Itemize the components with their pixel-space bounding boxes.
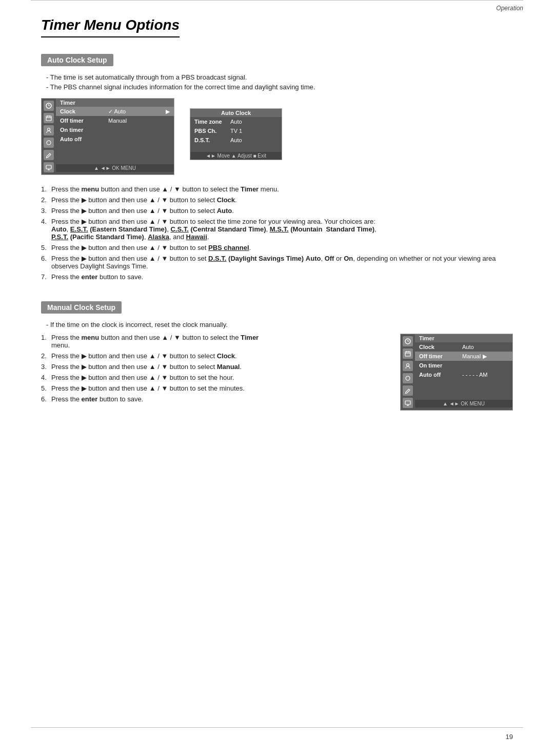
- auto-clock-section: Auto Clock Setup The time is set automat…: [41, 54, 513, 281]
- manual-timer-footer: ▲ ◄► OK MENU: [415, 400, 512, 408]
- clock-arrow: ▶: [166, 108, 170, 115]
- manual-step-6: 6. Press the enter button to save.: [41, 395, 385, 403]
- manual-steps-list: 1. Press the menu button and then use ▲ …: [41, 334, 385, 403]
- m-offtimer-label: Off timer: [419, 353, 460, 359]
- dst-label: D.S.T.: [194, 137, 230, 143]
- step-1: 1. Press the menu button and then use ▲ …: [41, 185, 513, 193]
- auto-clock-menu-box: Auto Clock Time zone Auto PBS Ch. TV 1 D…: [190, 108, 282, 160]
- timer-menu-box: Timer Clock ✓ Auto ▶ Off timer Manual: [41, 98, 174, 175]
- pbsch-value: TV 1: [230, 128, 242, 134]
- clock-value: ✓ Auto: [108, 108, 126, 115]
- manual-timer-menu-box: Timer Clock Auto Off timer Manual ▶: [400, 334, 513, 411]
- pbsch-row: PBS Ch. TV 1: [190, 126, 282, 135]
- auto-clock-intro: The time is set automatically through fr…: [41, 73, 513, 91]
- m-autooff-value: - - - - - AM: [462, 372, 488, 378]
- timezone-label: Time zone: [194, 119, 230, 125]
- m-ontimer-row: On timer: [415, 361, 512, 370]
- manual-step-5: 5. Press the ▶ button and then use ▲ / ▼…: [41, 384, 385, 392]
- offtimer-label: Off timer: [60, 118, 106, 124]
- m-autooff-label: Auto off: [419, 372, 460, 378]
- auto-clock-steps: 1. Press the menu button and then use ▲ …: [41, 185, 513, 281]
- auto-clock-ui-screenshots: Timer Clock ✓ Auto ▶ Off timer Manual: [41, 98, 513, 175]
- pencil-icon: [44, 150, 54, 160]
- manual-clock-intro-1: If the time on the clock is incorrect, r…: [41, 321, 513, 328]
- timer-menu-footer: ▲ ◄► OK MENU: [56, 164, 174, 172]
- ontimer-label: On timer: [60, 127, 106, 133]
- manual-ui-box: Timer Clock Auto Off timer Manual ▶: [400, 334, 513, 411]
- timer-autooff-row: Auto off: [56, 134, 174, 144]
- timer-ontimer-row: On timer: [56, 125, 174, 134]
- manual-step-4: 4. Press the ▶ button and then use ▲ / ▼…: [41, 374, 385, 381]
- clock-icon: [44, 101, 54, 111]
- step-2: 2. Press the ▶ button and then use ▲ / ▼…: [41, 196, 513, 204]
- m-circle-icon: [403, 373, 413, 383]
- manual-step-2: 2. Press the ▶ button and then use ▲ / ▼…: [41, 352, 385, 360]
- manual-clock-steps: 1. Press the menu button and then use ▲ …: [41, 334, 385, 411]
- step-7: 7. Press the enter button to save.: [41, 273, 513, 281]
- timer-menu-title: Timer: [56, 99, 174, 107]
- clock-label: Clock: [60, 108, 106, 114]
- svg-point-20: [406, 376, 410, 380]
- auto-clock-intro-2: The PBS channel signal includes informat…: [41, 83, 513, 91]
- m-calendar-icon: [403, 348, 413, 359]
- bottom-rule: [31, 727, 523, 728]
- manual-timer-title: Timer: [415, 334, 512, 342]
- monitor-icon: [44, 162, 54, 172]
- timezone-row: Time zone Auto: [190, 117, 282, 126]
- page-title: Timer Menu Options: [41, 17, 180, 37]
- m-offtimer-value: Manual: [462, 353, 481, 359]
- auto-clock-header: Auto Clock Setup: [41, 54, 113, 66]
- m-clock-row: Clock Auto: [415, 342, 512, 352]
- svg-point-8: [47, 141, 51, 145]
- step-6: 6. Press the ▶ button and then use ▲ / ▼…: [41, 255, 513, 270]
- m-offtimer-arrow: ▶: [483, 353, 487, 360]
- svg-rect-3: [46, 116, 51, 121]
- svg-point-7: [48, 128, 50, 131]
- dst-value: Auto: [230, 137, 242, 143]
- step-4: 4. Press the ▶ button and then use ▲ / ▼…: [41, 218, 513, 241]
- m-monitor-icon: [403, 398, 413, 408]
- circle-icon: [44, 138, 54, 148]
- m-autooff-row: Auto off - - - - - AM: [415, 370, 512, 379]
- m-offtimer-row: Off timer Manual ▶: [415, 352, 512, 361]
- page-number: 19: [506, 733, 513, 741]
- pbsch-label: PBS Ch.: [194, 128, 230, 134]
- m-clock-label: Clock: [419, 344, 460, 350]
- calendar-icon: [44, 113, 54, 123]
- m-ontimer-label: On timer: [419, 362, 460, 369]
- step-5: 5. Press the ▶ button and then use ▲ / ▼…: [41, 244, 513, 251]
- auto-clock-footer: ◄► Move ▲ Adjust ■ Exit: [190, 152, 282, 160]
- manual-clock-intro: If the time on the clock is incorrect, r…: [41, 321, 513, 328]
- manual-step-1: 1. Press the menu button and then use ▲ …: [41, 334, 385, 349]
- m-pencil-icon: [403, 385, 413, 396]
- person-icon: [44, 125, 54, 135]
- timer-offtimer-row: Off timer Manual: [56, 116, 174, 125]
- manual-clock-body: 1. Press the menu button and then use ▲ …: [41, 334, 513, 411]
- m-clock-value: Auto: [462, 344, 474, 350]
- svg-rect-9: [46, 165, 51, 169]
- timer-clock-row: Clock ✓ Auto ▶: [56, 107, 174, 116]
- auto-clock-menu-title: Auto Clock: [190, 109, 282, 117]
- manual-step-3: 3. Press the ▶ button and then use ▲ / ▼…: [41, 363, 385, 371]
- dst-row: D.S.T. Auto: [190, 135, 282, 145]
- timezone-value: Auto: [230, 119, 242, 125]
- offtimer-value: Manual: [108, 118, 127, 124]
- svg-rect-15: [405, 352, 410, 356]
- svg-point-19: [407, 364, 409, 366]
- m-person-icon: [403, 361, 413, 371]
- step-3: 3. Press the ▶ button and then use ▲ / ▼…: [41, 207, 513, 215]
- m-clock-icon: [403, 336, 413, 346]
- autooff-label: Auto off: [60, 136, 106, 142]
- manual-clock-section: Manual Clock Setup If the time on the cl…: [41, 301, 513, 411]
- manual-clock-header: Manual Clock Setup: [41, 301, 122, 314]
- svg-rect-21: [405, 401, 410, 404]
- section-label: Operation: [0, 5, 523, 12]
- auto-clock-intro-1: The time is set automatically through fr…: [41, 73, 513, 81]
